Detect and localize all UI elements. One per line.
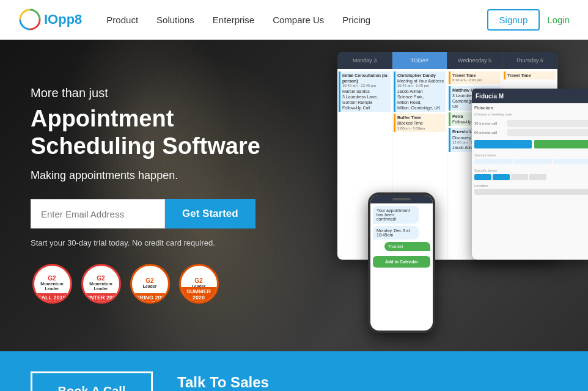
badge-2: G2 Momentum Leader WINTER 2020 xyxy=(79,262,122,305)
badge-label-2: Momentum Leader xyxy=(83,282,119,292)
cal-event-buffer: Buffer Time Blocked Time 3:00pm - 3:00pm xyxy=(394,114,446,132)
hero-title: Appointment Scheduling Software xyxy=(31,105,275,161)
badge-year-3: SPRING 2020 xyxy=(132,293,168,302)
nav-compare-us[interactable]: Compare Us xyxy=(273,15,324,25)
email-input[interactable] xyxy=(31,199,165,228)
nav-enterprise[interactable]: Enterprise xyxy=(213,15,254,25)
tablet2-header: Fiducia M xyxy=(472,89,588,103)
hero-section: More than just Appointment Scheduling So… xyxy=(0,40,588,351)
tablet2-logo-text: Fiducia M xyxy=(476,93,504,100)
badge-year-2: WINTER 2020 xyxy=(83,293,119,302)
cta-title: Talk To Sales xyxy=(177,374,467,391)
logo-text: IOpp8 xyxy=(44,12,82,27)
hero-devices: Monday 3 TODAY Wednesday 5 Thursday 6 In… xyxy=(337,52,588,339)
phone-device: Your appointment has been confirmed! Mon… xyxy=(368,192,435,333)
hero-tagline: Making appointments happen. xyxy=(31,169,275,182)
navbar: IOpp8 Product Solutions Enterprise Compa… xyxy=(0,0,588,40)
badge-label-1: Momentum Leader xyxy=(34,282,70,292)
phone-screen: Your appointment has been confirmed! Mon… xyxy=(370,195,433,331)
hero-content: More than just Appointment Scheduling So… xyxy=(0,86,306,305)
nav-actions: Signup Login xyxy=(487,9,570,31)
login-button[interactable]: Login xyxy=(547,15,570,25)
badge-1: G2 Momentum Leader FALL 2019 xyxy=(31,262,73,305)
badge-3: G2 Leader SPRING 2020 xyxy=(128,262,171,305)
nav-product[interactable]: Product xyxy=(106,15,138,25)
phone-bubble-1: Your appointment has been confirmed! xyxy=(373,206,419,224)
cal-event-0: Initial Consultation (in-person) 10:45 a… xyxy=(339,71,391,112)
cal-event-1: Christopher Dandy Meeting at Your Addres… xyxy=(394,71,446,112)
tablet2-btn-1[interactable] xyxy=(474,140,532,148)
tablet2-btn-2[interactable] xyxy=(534,140,588,148)
cal-day-mon: Monday 3 xyxy=(337,52,392,69)
tablet2-row-2: 60 minute call xyxy=(474,129,588,136)
bottom-cta-section: Book A Call Talk To Sales Book a call wi… xyxy=(0,351,588,391)
tablet2-body: Fiduciam Choose a meeting type 30 minute… xyxy=(472,103,588,260)
hero-subtitle: More than just xyxy=(31,86,275,100)
badge-year-4: SUMMER 2020 xyxy=(181,287,217,302)
cal-day-thu: Thursday 6 xyxy=(502,52,557,69)
calendar-header: Monday 3 TODAY Wednesday 5 Thursday 6 xyxy=(337,52,557,69)
phone-bubble-2: Monday, Dec 3 at 10:45am xyxy=(373,226,419,239)
tablet2-row-1: 30 minute call xyxy=(474,120,588,127)
cal-day-today: TODAY xyxy=(392,52,447,69)
get-started-button[interactable]: Get Started xyxy=(165,199,255,228)
badges-row: G2 Momentum Leader FALL 2019 G2 Momentum… xyxy=(31,262,275,305)
logo[interactable]: IOpp8 xyxy=(18,8,82,31)
signup-button[interactable]: Signup xyxy=(487,9,540,31)
book-call-button[interactable]: Book A Call xyxy=(31,371,153,392)
nav-solutions[interactable]: Solutions xyxy=(156,15,194,25)
badge-g2-4: G2 xyxy=(194,278,202,284)
nav-links: Product Solutions Enterprise Compare Us … xyxy=(106,15,487,25)
badge-year-1: FALL 2019 xyxy=(34,293,70,302)
nav-pricing[interactable]: Pricing xyxy=(342,15,370,25)
badge-label-3: Leader xyxy=(141,284,159,289)
email-form: Get Started xyxy=(31,199,275,228)
cta-text-block: Talk To Sales Book a call with our Sales… xyxy=(177,374,467,392)
badge-g2-1: G2 xyxy=(48,276,56,282)
badge-4: G2 Leader SUMMER 2020 xyxy=(177,262,220,305)
phone-bubble-3: Thanks! xyxy=(384,242,430,251)
badge-g2-3: G2 xyxy=(145,278,153,284)
cal-event-thu-travel: Travel Time xyxy=(504,71,556,79)
logo-icon xyxy=(18,8,42,31)
trial-text: Start your 30-day trial today. No credit… xyxy=(31,238,275,247)
tablet2-device: Fiducia M Fiduciam Choose a meeting type… xyxy=(472,89,588,260)
cal-event-travel: Travel Time 9:30 am - 2:00 pm xyxy=(449,71,501,84)
badge-g2-2: G2 xyxy=(97,276,105,282)
cal-day-wed: Wednesday 5 xyxy=(447,52,502,69)
